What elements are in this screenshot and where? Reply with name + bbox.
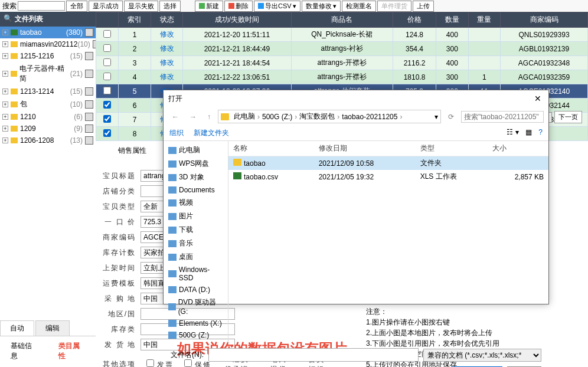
modify-link[interactable]: 修改 <box>160 73 174 81</box>
view-icon[interactable]: ☷ ▾ <box>507 128 518 136</box>
tab-auto[interactable]: 自动 <box>0 320 34 336</box>
table-row[interactable]: 1修改2021-12-20 11:51:11QN_Picknsale-长裙124… <box>96 28 588 42</box>
tree-item[interactable]: DATA (D:) <box>166 284 226 296</box>
expand-icon[interactable]: + <box>2 41 8 47</box>
file-row[interactable]: taobao.csv2021/12/05 19:32XLS 工作表2,857 K… <box>228 170 548 184</box>
sidebar-item[interactable]: +1215-1216(15) <box>0 50 96 62</box>
column-header[interactable]: 重量 <box>468 12 500 28</box>
sidebar-item[interactable]: +1210(6) <box>0 111 96 123</box>
expand-icon[interactable]: + <box>2 71 8 77</box>
expand-icon[interactable]: + <box>2 126 8 132</box>
tree-item[interactable]: DVD 驱动器 (G: <box>166 296 226 317</box>
btn-all[interactable]: 全部 <box>66 1 87 12</box>
btn-show-fail[interactable]: 显示失败 <box>124 1 158 12</box>
sidebar-item[interactable]: +包(10) <box>0 97 96 111</box>
tree-item[interactable]: 音乐 <box>166 237 226 250</box>
tree-item[interactable]: WPS网盘 <box>166 157 226 171</box>
nav-fwd-icon[interactable]: → <box>186 112 200 122</box>
row-checkbox[interactable] <box>103 30 111 38</box>
btn-qty-modify[interactable]: 数量修改▾ <box>302 1 341 12</box>
option-checkbox[interactable] <box>146 359 154 367</box>
dialog-search-input[interactable] <box>461 111 544 123</box>
column-header[interactable]: 数量 <box>436 12 468 28</box>
filter-select[interactable]: 兼容的文档 (*.csv;*.xls;*.xlsx;* <box>423 349 541 362</box>
tree-item[interactable]: 此电脑 <box>166 143 226 157</box>
row-checkbox[interactable] <box>103 115 111 123</box>
tree-item[interactable]: Windows-SSD <box>166 264 226 284</box>
sidebar-item[interactable]: +1213-1214(15) <box>0 86 96 97</box>
column-header[interactable]: 商品名 <box>291 12 393 28</box>
tree-item[interactable]: Elements (X:) <box>166 317 226 329</box>
tree-item[interactable]: 下载 <box>166 223 226 237</box>
row-checkbox[interactable] <box>103 73 111 80</box>
file-column-header[interactable]: 大小 <box>488 141 548 156</box>
tree-item[interactable]: 3D 对象 <box>166 171 226 184</box>
breadcrumb[interactable]: 此电脑›500G (Z:)›淘宝数据包›taobao-20211205› ▾ <box>218 110 441 123</box>
trash-icon[interactable] <box>85 28 93 37</box>
nav-up-icon[interactable]: ↑ <box>204 112 214 122</box>
expand-icon[interactable]: + <box>2 101 8 107</box>
page-next[interactable]: 下一页 <box>554 111 582 123</box>
row-checkbox[interactable] <box>103 129 111 137</box>
filename-input[interactable] <box>208 348 419 362</box>
sidebar-item[interactable]: +电子元器件-精简(21) <box>0 62 96 86</box>
table-row[interactable]: 3修改2021-12-21 18:44:54attrangs-开襟衫2116.2… <box>96 56 588 70</box>
btn-show-success[interactable]: 显示成功 <box>89 1 123 12</box>
btn-upload[interactable]: 上传 <box>413 1 434 12</box>
subtab-basic[interactable]: 基础信息 <box>0 339 48 365</box>
trash-icon[interactable] <box>85 124 93 133</box>
tree-item[interactable]: 图片 <box>166 209 226 223</box>
expand-icon[interactable]: + <box>2 53 8 59</box>
file-column-header[interactable]: 名称 <box>228 141 314 156</box>
row-checkbox[interactable] <box>103 58 111 66</box>
column-header[interactable]: 状态 <box>151 12 182 28</box>
dialog-close-button[interactable]: ✕ <box>532 94 544 104</box>
modify-link[interactable]: 修改 <box>160 44 174 53</box>
btn-select[interactable]: 选择 <box>159 1 181 12</box>
btn-check-dup[interactable]: 检测重名 <box>342 1 376 12</box>
row-checkbox[interactable] <box>103 44 111 52</box>
column-header[interactable]: 成功/失败时间 <box>183 12 291 28</box>
file-column-header[interactable]: 修改日期 <box>314 141 416 156</box>
refresh-icon[interactable]: ⟳ <box>445 112 458 122</box>
trash-icon[interactable] <box>85 113 93 121</box>
organize-link[interactable]: 组织 <box>169 129 184 137</box>
file-column-header[interactable]: 类型 <box>416 141 488 156</box>
column-header[interactable]: 商家编码 <box>501 12 588 28</box>
tree-item[interactable]: Documents <box>166 184 226 196</box>
help-icon[interactable]: ? <box>538 128 543 136</box>
modify-link[interactable]: 修改 <box>160 30 174 38</box>
tab-edit[interactable]: 编辑 <box>35 320 70 336</box>
tree-item[interactable]: 500G (Z:) <box>166 329 226 341</box>
trash-icon[interactable] <box>85 100 93 109</box>
trash-icon[interactable] <box>85 70 93 78</box>
sidebar-item[interactable]: +1206-1208(13) <box>0 135 96 146</box>
search-input[interactable] <box>18 1 65 11</box>
btn-export-csv[interactable]: 导出CSV▾ <box>254 1 300 12</box>
table-row[interactable]: 2修改2021-12-21 18:44:49attrangs-衬衫354.430… <box>96 42 588 56</box>
expand-icon[interactable]: + <box>2 30 8 35</box>
sidebar-item[interactable]: +taobao(380) <box>0 27 96 38</box>
subtab-category[interactable]: 类目属性 <box>48 339 96 365</box>
row-checkbox[interactable] <box>103 87 111 94</box>
table-row[interactable]: 4修改2021-12-22 13:06:51attrangs-开襟衫1810.8… <box>96 70 588 84</box>
expand-icon[interactable]: + <box>2 114 8 120</box>
expand-icon[interactable]: + <box>2 137 8 143</box>
sidebar-item[interactable]: +1209(9) <box>0 123 96 135</box>
subtab-sales[interactable]: 销售属性 <box>107 143 157 159</box>
tree-item[interactable]: 桌面 <box>166 250 226 264</box>
column-header[interactable]: 索引 <box>119 12 151 28</box>
btn-new[interactable]: 新建 <box>195 1 223 12</box>
file-row[interactable]: taobao2021/12/09 10:58文件夹 <box>228 156 548 171</box>
column-header[interactable]: 价格 <box>393 12 436 28</box>
expand-icon[interactable]: + <box>2 89 8 94</box>
btn-delete[interactable]: 删除 <box>224 1 253 12</box>
sidebar-item[interactable]: +miamasvin202112(10) <box>0 38 96 50</box>
trash-icon[interactable] <box>85 87 93 96</box>
new-folder-link[interactable]: 新建文件夹 <box>194 129 229 137</box>
trash-icon[interactable] <box>85 52 93 60</box>
nav-back-icon[interactable]: ← <box>168 112 182 122</box>
tree-item[interactable]: 视频 <box>166 196 226 209</box>
modify-link[interactable]: 修改 <box>160 58 174 67</box>
column-header[interactable] <box>96 12 119 28</box>
